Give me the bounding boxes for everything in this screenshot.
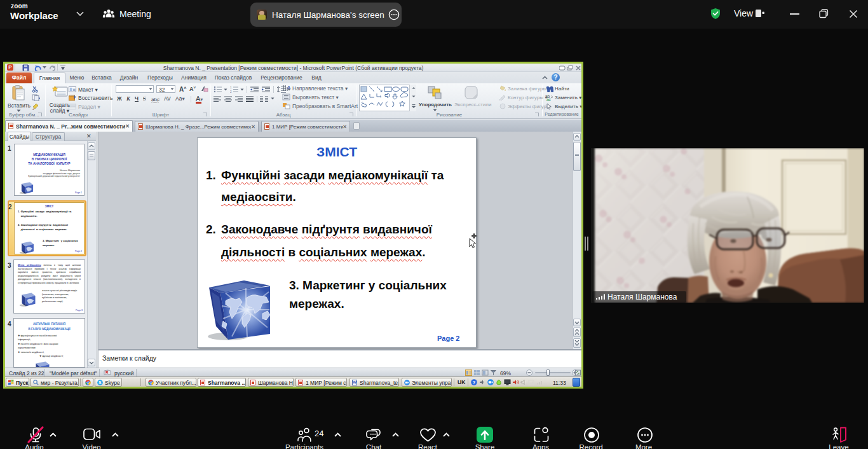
svg-text:1: 1 xyxy=(230,86,232,89)
svg-text:?: ? xyxy=(472,380,475,385)
svg-text:S: S xyxy=(98,380,102,385)
svg-text:A: A xyxy=(287,85,290,90)
svg-text:ac: ac xyxy=(546,97,552,101)
svg-text:2: 2 xyxy=(230,90,232,93)
